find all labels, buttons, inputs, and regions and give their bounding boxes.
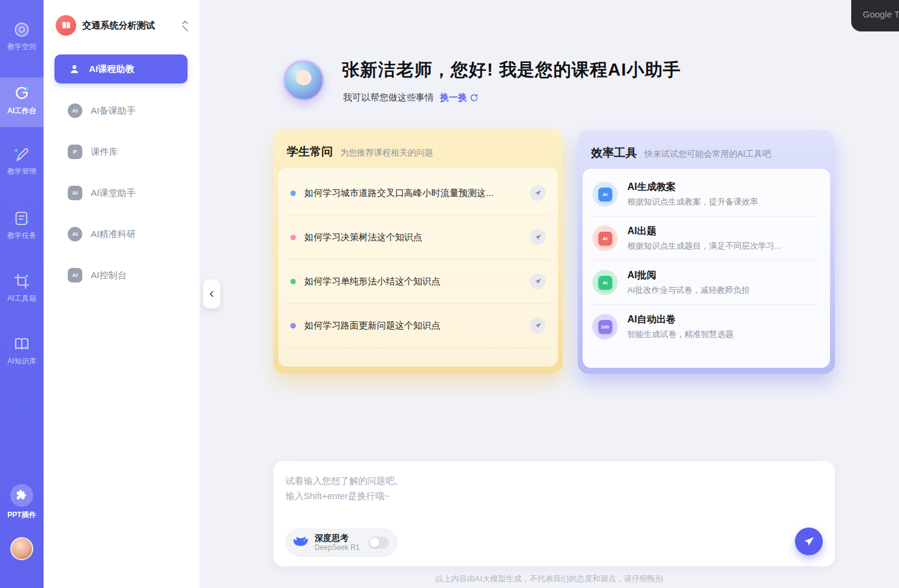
sidebar-item-ai-research[interactable]: AI AI精准科研 bbox=[54, 222, 188, 246]
bullet-dot bbox=[290, 235, 296, 240]
send-icon bbox=[534, 234, 542, 241]
person-icon bbox=[68, 62, 81, 76]
teaching-task-icon bbox=[13, 209, 31, 227]
tool-description: 根据知识点生成教案，提升备课效率 bbox=[627, 197, 758, 207]
google-translate-label: Google Tr bbox=[863, 9, 899, 19]
deep-think-pill[interactable]: 深度思考 DeepSeek R1 bbox=[286, 529, 397, 557]
ask-question-button[interactable] bbox=[530, 318, 546, 333]
course-title: 交通系统分析测试 bbox=[82, 20, 180, 31]
tool-item-exam-gen[interactable]: 100 AI自动出卷 智能生成试卷，精准智慧选题 bbox=[592, 305, 820, 348]
chevron-left-icon bbox=[208, 290, 216, 298]
tools-card-subtitle: 快来试试您可能会常用的AI工具吧 bbox=[644, 149, 771, 160]
course-sidebar: 交通系统分析测试 AI课程助教 AI AI备课助手 P 课件库 AI AI课堂助… bbox=[44, 0, 200, 588]
shuffle-label: 换一换 bbox=[440, 92, 467, 103]
shuffle-suggestions-button[interactable]: 换一换 bbox=[440, 92, 479, 103]
sidebar-item-label: AI课堂助手 bbox=[91, 188, 136, 199]
sidebar-item-label: AI备课助手 bbox=[91, 105, 136, 117]
rail-item-label: AI知识库 bbox=[7, 356, 36, 367]
refresh-icon bbox=[469, 93, 479, 102]
rail-item-teaching-space[interactable]: 教学空间 bbox=[0, 21, 44, 52]
faq-question-row[interactable]: 如何学习城市道路交叉口高峰小时流量预测这... bbox=[287, 171, 549, 215]
deepseek-whale-icon bbox=[293, 535, 309, 551]
deep-think-label: 深度思考 bbox=[315, 534, 360, 543]
ai-disclaimer: 以上内容由AI大模型生成，不代表我们的态度和观点，请仔细甄别 bbox=[200, 573, 899, 584]
teaching-space-icon bbox=[13, 21, 31, 39]
faq-card-subtitle: 为您推荐课程相关的问题 bbox=[340, 148, 433, 158]
efficiency-tools-card: 效率工具 快来试试您可能会常用的AI工具吧 AI AI生成教案 根据知识点生成教… bbox=[578, 130, 835, 374]
ai-workbench-icon bbox=[13, 85, 31, 103]
sidebar-collapse-button[interactable] bbox=[203, 279, 220, 309]
tool-title: AI生成教案 bbox=[627, 181, 758, 194]
rail-item-teaching-task[interactable]: 教学任务 bbox=[0, 209, 44, 241]
tool-title: AI出题 bbox=[627, 225, 781, 238]
sidebar-item-label: AI课程助教 bbox=[89, 64, 134, 75]
ask-question-button[interactable] bbox=[530, 273, 546, 289]
course-book-icon bbox=[56, 15, 76, 36]
sidebar-item-courseware-library[interactable]: P 课件库 bbox=[54, 140, 188, 164]
tools-list: AI AI生成教案 根据知识点生成教案，提升备课效率 AI AI出题 根据知识点… bbox=[583, 169, 830, 368]
rail-item-label: AI工作台 bbox=[7, 106, 36, 116]
faq-question-row[interactable]: 如何学习路面更新问题这个知识点 bbox=[287, 304, 549, 348]
ai-question-gen-icon: AI bbox=[592, 226, 618, 251]
sidebar-item-ai-course-assistant[interactable]: AI课程助教 bbox=[54, 54, 188, 83]
rail-item-label: 教学管理 bbox=[7, 166, 36, 177]
ai-lesson-prep-icon: AI bbox=[68, 103, 82, 118]
send-message-button[interactable] bbox=[795, 528, 823, 555]
ai-grading-icon: AI bbox=[592, 270, 618, 295]
tool-item-question-gen[interactable]: AI AI出题 根据知识点生成题目，满足不同层次学习... bbox=[592, 217, 820, 261]
rail-item-label: 教学任务 bbox=[7, 230, 36, 241]
primary-rail: 教学空间 AI工作台 教学管理 教学任务 bbox=[0, 0, 44, 588]
sidebar-item-ai-classroom[interactable]: AI AI课堂助手 bbox=[54, 181, 188, 205]
sidebar-item-label: AI精准科研 bbox=[91, 229, 136, 240]
composer-placeholder[interactable]: 试着输入您想了解的问题吧。 输入Shift+enter是换行哦~ bbox=[286, 473, 404, 503]
google-translate-overlay[interactable]: Google Tr bbox=[851, 0, 899, 31]
course-switcher[interactable]: 交通系统分析测试 bbox=[56, 12, 190, 39]
sidebar-item-label: AI控制台 bbox=[91, 270, 126, 281]
tool-description: 根据知识点生成题目，满足不同层次学习... bbox=[627, 241, 781, 252]
greeting-subtitle: 我可以帮您做这些事情 bbox=[343, 92, 434, 103]
send-icon bbox=[534, 189, 542, 197]
tool-description: AI批改作业与试卷，减轻教师负担 bbox=[627, 285, 750, 296]
assistant-avatar bbox=[283, 60, 324, 101]
ai-knowledge-icon bbox=[13, 335, 31, 353]
rail-item-ai-knowledge[interactable]: AI知识库 bbox=[0, 335, 44, 367]
rail-item-teaching-manage[interactable]: 教学管理 bbox=[0, 145, 44, 177]
message-composer[interactable]: 试着输入您想了解的问题吧。 输入Shift+enter是换行哦~ 深度思考 De… bbox=[273, 461, 835, 566]
send-icon bbox=[534, 278, 542, 286]
tool-title: AI批阅 bbox=[627, 269, 750, 282]
faq-question-text: 如何学习决策树法这个知识点 bbox=[304, 232, 530, 243]
send-icon bbox=[803, 535, 816, 548]
rail-item-label: AI工具箱 bbox=[7, 293, 36, 304]
sidebar-item-ai-lesson-prep[interactable]: AI AI备课助手 bbox=[54, 99, 188, 123]
rail-item-label: 教学空间 bbox=[7, 42, 36, 52]
greeting-title: 张新洁老师，您好! 我是您的课程AI小助手 bbox=[342, 58, 681, 82]
ppt-plugin-icon bbox=[10, 484, 33, 507]
ask-question-button[interactable] bbox=[530, 229, 546, 245]
send-icon bbox=[534, 322, 542, 330]
faq-question-row[interactable]: 如何学习决策树法这个知识点 bbox=[287, 215, 549, 260]
ai-console-icon: AI bbox=[68, 268, 82, 283]
faq-card-title: 学生常问 bbox=[287, 144, 333, 160]
faq-question-row[interactable]: 如何学习单纯形法小结这个知识点 bbox=[287, 260, 549, 304]
faq-list: 如何学习城市道路交叉口高峰小时流量预测这... 如何学习决策树法这个知识点 如何… bbox=[278, 168, 558, 367]
rail-item-ai-workbench[interactable]: AI工作台 bbox=[0, 85, 44, 116]
sidebar-item-ai-console[interactable]: AI AI控制台 bbox=[54, 263, 188, 287]
ppt-plugin-label: PPT插件 bbox=[7, 510, 36, 520]
ask-question-button[interactable] bbox=[530, 185, 546, 201]
faq-question-text: 如何学习城市道路交叉口高峰小时流量预测这... bbox=[304, 188, 530, 199]
sidebar-item-label: 课件库 bbox=[91, 146, 118, 158]
deep-think-toggle[interactable] bbox=[368, 537, 389, 549]
bullet-dot bbox=[290, 191, 296, 196]
courseware-library-icon: P bbox=[68, 145, 82, 159]
tool-item-lesson-plan[interactable]: AI AI生成教案 根据知识点生成教案，提升备课效率 bbox=[592, 172, 820, 217]
tool-description: 智能生成试卷，精准智慧选题 bbox=[627, 329, 734, 340]
tools-card-title: 效率工具 bbox=[591, 145, 637, 161]
course-switch-chevrons-icon[interactable] bbox=[180, 19, 190, 32]
student-faq-card: 学生常问 为您推荐课程相关的问题 如何学习城市道路交叉口高峰小时流量预测这...… bbox=[273, 129, 563, 374]
tool-item-grading[interactable]: AI AI批阅 AI批改作业与试卷，减轻教师负担 bbox=[592, 261, 820, 305]
user-avatar[interactable] bbox=[10, 537, 33, 560]
app-window: 教学空间 AI工作台 教学管理 教学任务 bbox=[0, 0, 899, 588]
rail-item-ai-toolbox[interactable]: AI工具箱 bbox=[0, 272, 44, 304]
ai-lesson-plan-icon: AI bbox=[592, 181, 618, 207]
rail-item-ppt-plugin[interactable]: PPT插件 bbox=[0, 484, 44, 520]
